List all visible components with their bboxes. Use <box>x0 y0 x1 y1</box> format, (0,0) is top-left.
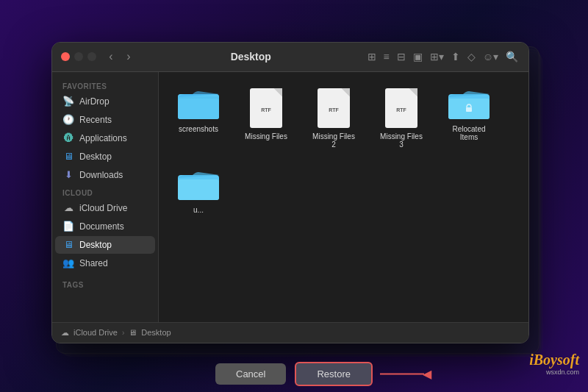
documents-icon: 📄 <box>62 221 74 232</box>
desktop-fav-icon: 🖥 <box>62 151 74 163</box>
maximize-button[interactable] <box>87 52 96 61</box>
share-icon[interactable]: ⬆ <box>450 49 462 64</box>
forward-button[interactable]: › <box>121 50 136 63</box>
breadcrumb-separator: › <box>122 329 124 337</box>
airdrop-icon: 📡 <box>62 96 74 107</box>
nav-buttons: ‹ › <box>104 50 136 63</box>
titlebar: ‹ › Desktop ⊞ ≡ ⊟ ▣ ⊞▾ ⬆ ◇ ☺▾ 🔍 <box>52 43 528 72</box>
shared-icon: 👥 <box>62 257 74 269</box>
svg-rect-7 <box>178 179 219 200</box>
close-button[interactable] <box>61 52 70 61</box>
arrow-annotation: ◀ <box>380 367 431 381</box>
toolbar-icons: ⊞ ≡ ⊟ ▣ ⊞▾ ⬆ ◇ ☺▾ 🔍 <box>366 49 520 64</box>
cancel-button[interactable]: Cancel <box>215 363 286 385</box>
airdrop-label: AirDrop <box>79 96 110 107</box>
rtf-label-2: RTF <box>329 107 339 113</box>
downloads-icon: ⬇ <box>62 169 74 181</box>
unknown-label: u... <box>193 206 204 214</box>
applications-label: Applications <box>79 133 127 143</box>
folder-icon-unknown <box>178 169 219 202</box>
doc-icon-missing-files-3: RTF <box>385 88 417 128</box>
bottom-bar: Cancel Restore ◀ <box>51 362 537 386</box>
icloud-drive-label: iCloud Drive <box>79 203 127 213</box>
gallery-view-icon[interactable]: ▣ <box>412 49 424 64</box>
icloud-drive-status-icon: ☁ <box>61 328 69 338</box>
icloud-drive-status-label: iCloud Drive <box>74 328 118 337</box>
watermark-container: iBoysoft wsxdn.com <box>529 352 579 376</box>
minimize-button[interactable] <box>74 52 83 61</box>
file-item-relocated-items[interactable]: Relocated Items <box>441 84 497 153</box>
file-area: screenshots RTF Missing Files RTF <box>159 72 528 322</box>
relocated-items-label: Relocated Items <box>445 125 492 141</box>
recents-label: Recents <box>79 115 112 125</box>
downloads-label: Downloads <box>79 170 123 180</box>
screenshots-label: screenshots <box>179 125 218 133</box>
emoji-icon[interactable]: ☺▾ <box>481 49 500 64</box>
website-label: wsxdn.com <box>529 368 579 376</box>
desktop-breadcrumb-label: Desktop <box>141 328 171 337</box>
tags-section-label: Tags <box>52 277 158 291</box>
sidebar-item-documents[interactable]: 📄 Documents <box>55 218 155 235</box>
favorites-section-label: Favorites <box>52 78 158 92</box>
file-item-missing-files-2[interactable]: RTF Missing Files 2 <box>306 84 362 153</box>
arrow-head-icon: ◀ <box>423 367 431 381</box>
missing-files-2-label: Missing Files 2 <box>310 132 357 149</box>
icloud-section-label: iCloud <box>52 185 158 199</box>
sidebar: Favorites 📡 AirDrop 🕐 Recents 🅐 Applicat… <box>52 72 159 322</box>
back-button[interactable]: ‹ <box>104 50 118 63</box>
brand-name: iBoysoft <box>529 352 579 368</box>
file-item-screenshots[interactable]: screenshots <box>171 84 226 153</box>
tag-icon[interactable]: ◇ <box>466 49 477 64</box>
file-item-missing-files-3[interactable]: RTF Missing Files 3 <box>373 84 429 153</box>
files-grid: screenshots RTF Missing Files RTF <box>171 84 517 218</box>
sidebar-item-airdrop[interactable]: 📡 AirDrop <box>55 93 155 110</box>
rtf-label-3: RTF <box>396 107 406 113</box>
desktop-icloud-label: Desktop <box>79 240 112 250</box>
missing-files-3-label: Missing Files 3 <box>378 132 425 149</box>
doc-icon-missing-files-2: RTF <box>318 88 350 128</box>
restore-button[interactable]: Restore <box>295 362 373 386</box>
file-item-unknown[interactable]: u... <box>171 165 226 218</box>
search-icon[interactable]: 🔍 <box>504 49 520 64</box>
grid-view-icon[interactable]: ⊞ <box>366 49 378 64</box>
documents-label: Documents <box>79 221 124 232</box>
sidebar-item-downloads[interactable]: ⬇ Downloads <box>55 166 155 184</box>
sidebar-item-shared[interactable]: 👥 Shared <box>55 254 155 272</box>
column-view-icon[interactable]: ⊟ <box>395 49 407 64</box>
desktop-icloud-icon: 🖥 <box>62 239 74 251</box>
missing-files-label: Missing Files <box>245 132 287 140</box>
folder-icon-relocated <box>448 88 490 121</box>
arrange-icon[interactable]: ⊞▾ <box>429 49 445 64</box>
sidebar-item-desktop-icloud[interactable]: 🖥 Desktop <box>55 236 155 254</box>
sidebar-item-desktop-fav[interactable]: 🖥 Desktop <box>55 148 155 165</box>
restore-button-container: Restore ◀ <box>295 362 373 386</box>
doc-icon-missing-files: RTF <box>250 88 282 128</box>
main-content: Favorites 📡 AirDrop 🕐 Recents 🅐 Applicat… <box>52 72 528 322</box>
svg-rect-2 <box>178 99 219 119</box>
finder-window: ‹ › Desktop ⊞ ≡ ⊟ ▣ ⊞▾ ⬆ ◇ ☺▾ 🔍 Favorite… <box>51 42 529 343</box>
recents-icon: 🕐 <box>62 114 74 126</box>
list-view-icon[interactable]: ≡ <box>382 49 391 64</box>
sidebar-item-recents[interactable]: 🕐 Recents <box>55 111 155 129</box>
applications-icon: 🅐 <box>62 132 74 144</box>
shared-label: Shared <box>79 258 108 268</box>
arrow-line <box>380 373 424 374</box>
desktop-breadcrumb-icon: 🖥 <box>129 328 137 337</box>
icloud-drive-icon: ☁ <box>62 202 74 214</box>
file-item-missing-files[interactable]: RTF Missing Files <box>238 84 294 153</box>
sidebar-item-applications[interactable]: 🅐 Applications <box>55 129 155 147</box>
desktop-fav-label: Desktop <box>79 152 112 162</box>
traffic-lights <box>61 52 96 61</box>
sidebar-item-icloud-drive[interactable]: ☁ iCloud Drive <box>55 199 155 217</box>
statusbar: ☁ iCloud Drive › 🖥 Desktop <box>52 322 528 343</box>
window-title: Desktop <box>143 51 359 63</box>
folder-icon-screenshots <box>178 88 219 121</box>
svg-rect-5 <box>466 107 472 112</box>
rtf-label-1: RTF <box>261 107 271 113</box>
